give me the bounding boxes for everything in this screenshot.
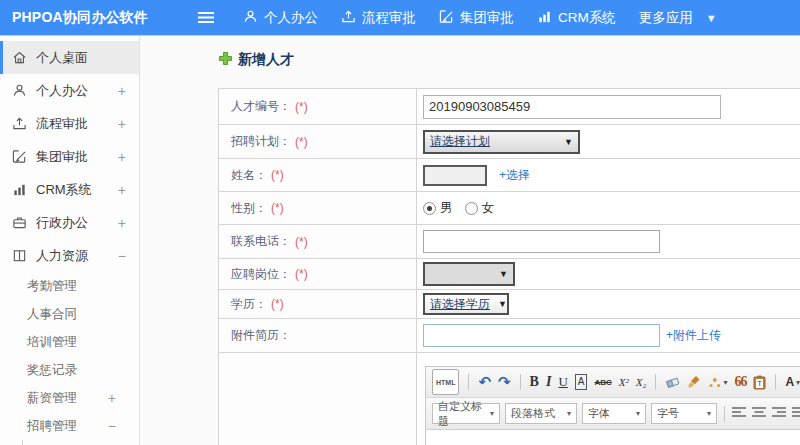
resume-input[interactable] — [423, 324, 660, 347]
degree-select[interactable]: 请选择学历 ▼ — [423, 293, 509, 315]
form-row-degree: 学历： (*) 请选择学历 ▼ — [219, 290, 800, 319]
menu-toggle-icon[interactable] — [197, 0, 215, 35]
redo-icon[interactable]: ↷ — [498, 372, 511, 392]
radio-label: 男 — [440, 200, 453, 217]
expand-sign[interactable]: − — [118, 248, 126, 264]
toolbar-separator — [468, 374, 469, 390]
sidebar-item-recruit-mgmt[interactable]: 招聘管理 − — [0, 412, 139, 440]
sidebar-item-training-mgmt[interactable]: 培训管理 — [0, 328, 139, 356]
expand-sign[interactable]: + — [118, 182, 126, 198]
applied-post-select[interactable]: ▼ — [423, 262, 515, 286]
caret-down-icon: ▼ — [498, 299, 507, 309]
field-cell: +附件上传 — [417, 319, 800, 352]
align-center-icon[interactable] — [752, 405, 767, 423]
superscript-button[interactable]: X² — [619, 372, 629, 392]
char-border-button[interactable]: A — [575, 374, 588, 390]
field-label: 联系电话： (*) — [219, 225, 417, 258]
field-label: 性别： (*) — [219, 192, 417, 224]
font-color-button[interactable]: A▾ — [785, 372, 800, 392]
sidebar-item-reward-punishment[interactable]: 奖惩记录 — [0, 356, 139, 384]
sidebar-item-workflow-approval[interactable]: 流程审批 + — [0, 107, 139, 140]
sidebar-item-label: 招聘管理 — [27, 418, 77, 435]
topbar: PHPOA协同办公软件 个人办公 流程审批 集团审批 CRM系统 更多应用 ▼ — [0, 0, 800, 35]
font-size-dropdown[interactable]: 字号 ▾ — [651, 403, 717, 424]
bold-button[interactable]: B — [530, 372, 539, 392]
expand-sign[interactable]: + — [118, 83, 126, 99]
source-code-button[interactable]: HTML — [432, 369, 459, 395]
sidebar-item-attendance-mgmt[interactable]: 考勤管理 — [0, 272, 139, 300]
editor-content-area[interactable] — [426, 430, 800, 445]
attachment-upload-link[interactable]: +附件上传 — [666, 327, 721, 344]
caret-down-icon: ▾ — [796, 378, 800, 387]
phone-input[interactable] — [423, 230, 660, 253]
dropdown-value: 段落格式 — [511, 406, 555, 421]
sidebar-item-personal-desktop[interactable]: 个人桌面 — [0, 41, 139, 74]
caret-down-icon: ▼ — [499, 269, 508, 279]
sidebar-item-human-resources[interactable]: 人力资源 − — [0, 239, 139, 272]
nav-workflow-approval[interactable]: 流程审批 — [341, 9, 416, 27]
flow-icon — [12, 116, 27, 131]
label-text: 联系电话： — [231, 233, 291, 250]
expand-sign[interactable]: + — [118, 116, 126, 132]
toolbar-separator — [724, 406, 725, 422]
subscript-button[interactable]: X₂ — [636, 372, 647, 392]
blockquote-button[interactable]: 66 — [734, 372, 746, 392]
form-row-resume-attachment: 附件简历： +附件上传 — [219, 319, 800, 353]
custom-heading-dropdown[interactable]: 自定义标题 ▾ — [432, 403, 500, 424]
align-justify-icon[interactable] — [792, 405, 800, 423]
required-mark: (*) — [295, 267, 308, 281]
nav-more-apps[interactable]: 更多应用 ▼ — [639, 9, 717, 27]
talent-no-input[interactable] — [423, 95, 721, 119]
recruit-plan-select[interactable]: 请选择计划 ▼ — [423, 130, 580, 154]
nav-personal-office[interactable]: 个人办公 — [243, 9, 318, 27]
strikethrough-button[interactable]: ABC — [594, 372, 611, 392]
format-brush-icon[interactable] — [687, 372, 701, 392]
sidebar-item-recruit-demand[interactable]: 招聘需求 — [0, 440, 139, 445]
nav-crm-system[interactable]: CRM系统 — [537, 9, 616, 27]
underline-button[interactable]: U — [558, 372, 567, 392]
gender-male-radio[interactable] — [423, 202, 436, 215]
rich-text-editor: HTML ↶ ↷ B I U A ABC X² X₂ ▾ 66 — [425, 366, 800, 445]
home-icon — [12, 50, 27, 65]
sidebar-item-label: 集团审批 — [36, 148, 88, 166]
nav-label: 个人办公 — [264, 9, 318, 27]
expand-sign[interactable]: + — [108, 390, 116, 406]
eraser-icon[interactable] — [665, 372, 680, 392]
tree-line — [22, 440, 23, 445]
name-choose-link[interactable]: +选择 — [499, 167, 530, 184]
font-family-dropdown[interactable]: 字体 ▾ — [582, 403, 646, 424]
sidebar-item-label: 奖惩记录 — [27, 362, 77, 379]
sidebar-item-personal-office[interactable]: 个人办公 + — [0, 74, 139, 107]
sidebar-item-admin-office[interactable]: 行政办公 + — [0, 206, 139, 239]
sidebar-item-personnel-contract[interactable]: 人事合同 — [0, 300, 139, 328]
dropdown-value: 字体 — [588, 406, 610, 421]
expand-sign[interactable]: + — [118, 149, 126, 165]
auto-typeset-icon[interactable]: ▾ — [708, 372, 727, 392]
sidebar-item-crm-system[interactable]: CRM系统 + — [0, 173, 139, 206]
flow-icon — [341, 9, 356, 27]
required-mark: (*) — [295, 100, 308, 114]
align-left-icon[interactable] — [732, 405, 747, 423]
form-row-gender: 性别： (*) 男 女 — [219, 192, 800, 225]
required-mark: (*) — [271, 201, 284, 215]
field-label: 人才编号： (*) — [219, 89, 417, 124]
expand-sign[interactable]: − — [108, 418, 116, 434]
field-label: 姓名： (*) — [219, 159, 417, 191]
expand-sign[interactable]: + — [118, 215, 126, 231]
name-input[interactable] — [423, 165, 487, 186]
paragraph-format-dropdown[interactable]: 段落格式 ▾ — [505, 403, 577, 424]
page-title: 新增人才 — [219, 51, 294, 69]
sidebar-item-salary-mgmt[interactable]: 薪资管理 + — [0, 384, 139, 412]
italic-button[interactable]: I — [546, 372, 551, 392]
align-right-icon[interactable] — [772, 405, 787, 423]
form-row-recruit-plan: 招聘计划： (*) 请选择计划 ▼ — [219, 125, 800, 159]
form-row-talent-no: 人才编号： (*) — [219, 89, 800, 125]
sidebar-item-group-approval[interactable]: 集团审批 + — [0, 140, 139, 173]
field-cell: 请选择计划 ▼ — [417, 125, 800, 158]
nav-group-approval[interactable]: 集团审批 — [439, 9, 514, 27]
sidebar-item-label: 行政办公 — [36, 214, 88, 232]
paste-as-text-icon[interactable]: T — [753, 372, 766, 392]
undo-icon[interactable]: ↶ — [478, 372, 491, 392]
field-cell: HTML ↶ ↷ B I U A ABC X² X₂ ▾ 66 — [417, 353, 800, 445]
gender-female-radio[interactable] — [465, 202, 478, 215]
